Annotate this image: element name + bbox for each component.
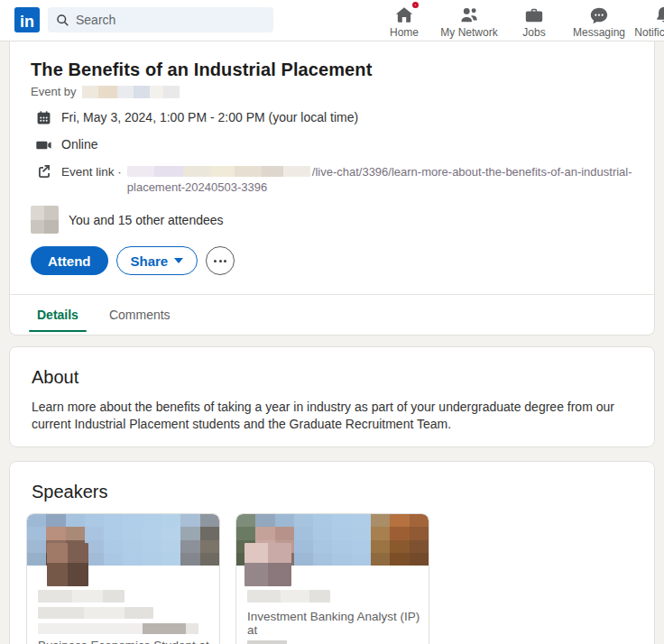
more-options-button[interactable] <box>206 246 235 275</box>
event-by-label: Event by <box>31 85 77 98</box>
top-navigation-bar: in Search Home My Network Jobs <box>0 0 664 41</box>
event-tabs: Details Comments <box>10 294 654 335</box>
share-button-label: Share <box>131 253 169 269</box>
search-icon <box>56 14 69 27</box>
speaker-2-redacted-company <box>247 640 287 644</box>
bell-icon <box>653 5 664 26</box>
speaker-card-2[interactable]: Investment Banking Analyst (IP) at <box>235 513 429 644</box>
search-input[interactable]: Search <box>48 7 273 32</box>
speaker-1-headline: Business Economics Student at T... <box>38 639 212 644</box>
event-link-row: Event link · /live-chat/3396/learn-more-… <box>35 164 654 195</box>
speaker-1-redacted-text <box>38 623 198 634</box>
speakers-list: Business Economics Student at T... Inves… <box>26 513 429 644</box>
redacted-link-domain <box>127 166 310 177</box>
speaker-2-redacted-name <box>247 590 330 603</box>
tab-comments[interactable]: Comments <box>94 295 186 335</box>
speakers-heading: Speakers <box>32 482 654 502</box>
event-title: The Benefits of an Industrial Placement <box>31 60 654 80</box>
attendees-row[interactable]: You and 15 other attendees <box>31 206 654 234</box>
speaker-1-redacted-photo <box>47 543 88 586</box>
home-notification-badge <box>412 2 419 8</box>
event-date-row: Fri, May 3, 2024, 1:00 PM - 2:00 PM (you… <box>35 110 654 125</box>
chevron-down-icon <box>174 258 183 263</box>
tab-details[interactable]: Details <box>22 295 94 335</box>
event-mode: Online <box>61 137 97 152</box>
redacted-organizer-name <box>82 86 180 98</box>
my-network-icon <box>458 5 480 26</box>
attend-button[interactable]: Attend <box>31 246 108 275</box>
about-heading: About <box>32 367 654 388</box>
about-description: Learn more about the benefits of taking … <box>32 399 627 433</box>
share-button[interactable]: Share <box>116 246 198 275</box>
linkedin-logo[interactable]: in <box>14 7 40 32</box>
event-mode-row: Online <box>35 137 654 152</box>
nav-item-home[interactable]: Home <box>372 0 437 41</box>
speaker-2-headline: Investment Banking Analyst (IP) at <box>247 610 421 637</box>
calendar-icon <box>35 109 51 125</box>
attendee-avatar <box>31 206 59 234</box>
briefcase-icon <box>523 5 545 26</box>
speaker-card-1[interactable]: Business Economics Student at T... <box>26 513 220 644</box>
nav-item-jobs[interactable]: Jobs <box>502 0 567 41</box>
nav-item-notifications[interactable]: Notifications <box>632 0 664 41</box>
speaker-2-redacted-photo <box>244 543 291 586</box>
search-placeholder: Search <box>76 13 115 27</box>
nav-item-messaging[interactable]: Messaging <box>567 0 632 41</box>
event-link-url[interactable]: /live-chat/3396/learn-more-about-the-ben… <box>127 164 632 195</box>
event-datetime: Fri, May 3, 2024, 1:00 PM - 2:00 PM (you… <box>61 110 358 124</box>
event-link-label: Event link · <box>61 164 122 179</box>
home-icon <box>393 5 415 26</box>
nav-items: Home My Network Jobs Messaging Notificat… <box>372 0 664 41</box>
event-summary-card: The Benefits of an Industrial Placement … <box>9 41 655 336</box>
speakers-section: Speakers Business Economics Student at T… <box>9 461 655 644</box>
speaker-1-redacted-text <box>38 607 153 619</box>
external-link-icon <box>35 163 51 179</box>
attendees-text: You and 15 other attendees <box>69 213 224 227</box>
event-actions: Attend Share <box>31 246 654 275</box>
nav-item-my-network[interactable]: My Network <box>437 0 502 41</box>
about-section: About Learn more about the benefits of t… <box>9 346 655 447</box>
video-camera-icon <box>35 136 51 152</box>
messaging-icon <box>588 5 610 26</box>
speaker-1-redacted-name <box>38 590 124 603</box>
event-organizer-line: Event by <box>31 85 654 98</box>
